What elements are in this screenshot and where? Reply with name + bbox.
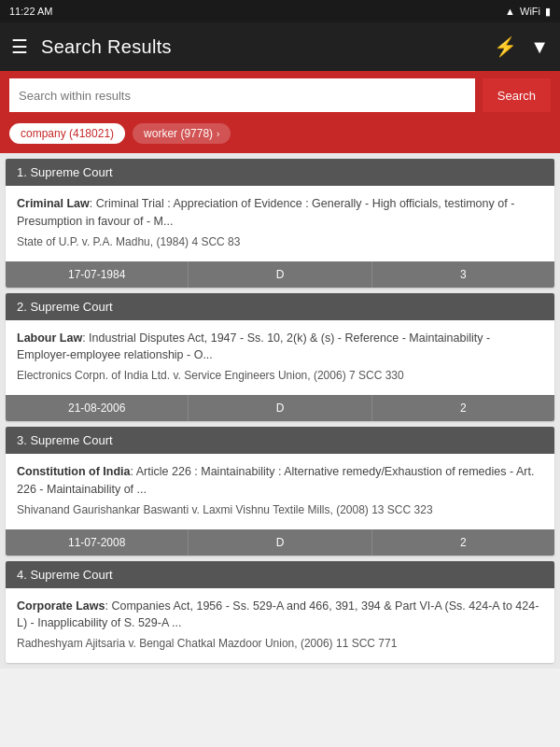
flash-icon[interactable]: ⚡ xyxy=(494,37,517,56)
chip-1[interactable]: worker (9778)› xyxy=(133,123,231,144)
card-header-2: 2. Supreme Court xyxy=(6,293,554,320)
card-footer-cell-2-1: D xyxy=(189,395,371,421)
card-case-title-4: Radheshyam Ajitsaria v. Bengal Chatkal M… xyxy=(17,635,543,652)
signal-icon: ▲ xyxy=(505,6,515,17)
card-body-4: Corporate Laws: Companies Act, 1956 - Ss… xyxy=(6,588,554,664)
menu-icon[interactable]: ☰ xyxy=(11,37,28,56)
chips-bar: company (418021)worker (9778)› xyxy=(0,120,560,153)
status-time: 11:22 AM xyxy=(9,6,52,17)
card-footer-cell-3-1: D xyxy=(189,529,371,556)
card-footer-3: 11-07-2008D2 xyxy=(6,529,554,556)
card-description-2: Labour Law: Industrial Disputes Act, 194… xyxy=(17,330,543,365)
card-body-2: Labour Law: Industrial Disputes Act, 194… xyxy=(6,320,554,396)
filter-icon[interactable]: ▼ xyxy=(530,37,549,56)
chip-0[interactable]: company (418021) xyxy=(9,123,125,144)
card-body-1: Criminal Law: Criminal Trial : Appreciat… xyxy=(6,186,554,261)
search-input[interactable] xyxy=(9,78,475,112)
card-description-4: Corporate Laws: Companies Act, 1956 - Ss… xyxy=(17,598,543,633)
card-footer-2: 21-08-2006D2 xyxy=(6,395,554,421)
card-header-1: 1. Supreme Court xyxy=(6,159,554,186)
card-header-4: 4. Supreme Court xyxy=(6,561,554,588)
search-bar-container: Search xyxy=(0,71,560,120)
result-card-4[interactable]: 4. Supreme CourtCorporate Laws: Companie… xyxy=(6,561,554,664)
card-footer-cell-3-2: 2 xyxy=(372,529,554,556)
card-footer-1: 17-07-1984D3 xyxy=(6,261,554,288)
card-footer-cell-2-0: 21-08-2006 xyxy=(6,395,189,421)
card-footer-cell-1-1: D xyxy=(189,261,371,288)
result-card-3[interactable]: 3. Supreme CourtConstitution of India: A… xyxy=(6,427,554,556)
card-footer-cell-2-2: 2 xyxy=(372,395,554,421)
card-footer-cell-1-2: 3 xyxy=(372,261,554,288)
result-card-2[interactable]: 2. Supreme CourtLabour Law: Industrial D… xyxy=(6,293,554,422)
wifi-icon: WiFi xyxy=(520,6,540,17)
card-footer-cell-3-0: 11-07-2008 xyxy=(6,529,189,556)
card-case-title-2: Electronics Corpn. of India Ltd. v. Serv… xyxy=(17,367,543,384)
result-card-1[interactable]: 1. Supreme CourtCriminal Law: Criminal T… xyxy=(6,159,554,288)
results-list: 1. Supreme CourtCriminal Law: Criminal T… xyxy=(0,153,560,669)
page-title: Search Results xyxy=(41,36,481,58)
battery-icon: ▮ xyxy=(545,6,551,18)
card-case-title-1: State of U.P. v. P.A. Madhu, (1984) 4 SC… xyxy=(17,233,543,250)
card-header-3: 3. Supreme Court xyxy=(6,427,554,454)
card-body-3: Constitution of India: Article 226 : Mai… xyxy=(6,454,554,529)
app-bar: ☰ Search Results ⚡ ▼ xyxy=(0,22,560,71)
search-button[interactable]: Search xyxy=(483,78,551,112)
card-footer-cell-1-0: 17-07-1984 xyxy=(6,261,189,288)
status-bar: 11:22 AM ▲ WiFi ▮ xyxy=(0,0,560,22)
card-description-3: Constitution of India: Article 226 : Mai… xyxy=(17,463,543,499)
status-icons: ▲ WiFi ▮ xyxy=(505,6,551,18)
card-case-title-3: Shivanand Gaurishankar Baswanti v. Laxmi… xyxy=(17,501,543,518)
card-description-1: Criminal Law: Criminal Trial : Appreciat… xyxy=(17,195,543,231)
